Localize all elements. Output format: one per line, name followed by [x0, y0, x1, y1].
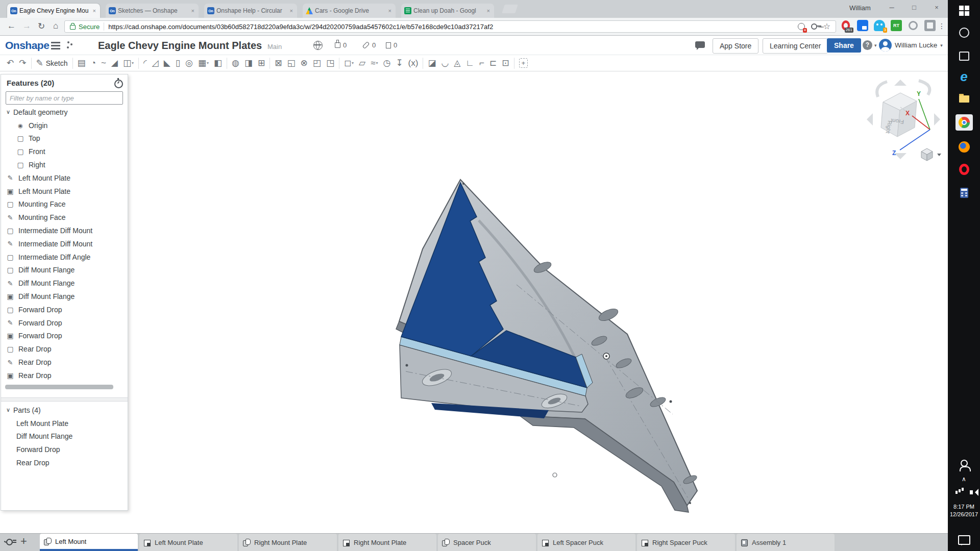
- toolbar-icon[interactable]: ✎ Sketch: [34, 56, 70, 70]
- feature-row[interactable]: Intermediate Diff Mount: [1, 224, 128, 237]
- part-row[interactable]: Left Mount Plate: [1, 417, 128, 430]
- browser-profile-name[interactable]: William: [842, 4, 878, 12]
- toolbar-icon[interactable]: ↷: [16, 56, 29, 70]
- add-tab-button[interactable]: +: [20, 535, 27, 548]
- tab-close-icon[interactable]: ×: [387, 8, 393, 14]
- toolbar-icon[interactable]: ▱: [356, 56, 368, 70]
- browser-tab[interactable]: Cars - Google Drive ×: [303, 4, 396, 18]
- toolbar-icon[interactable]: ◫ ▾: [120, 56, 136, 70]
- firefox-icon[interactable]: [948, 137, 980, 157]
- extension-icon[interactable]: [857, 20, 868, 31]
- task-view-icon[interactable]: [948, 46, 980, 66]
- feature-row[interactable]: Diff Mount Flange: [1, 290, 128, 303]
- tab-close-icon[interactable]: ×: [190, 8, 195, 14]
- toolbar-icon[interactable]: ↶: [4, 56, 16, 70]
- extension-icon[interactable]: 3: [874, 20, 885, 31]
- comment-icon[interactable]: [695, 41, 705, 48]
- document-tab[interactable]: Assembly 1: [737, 534, 835, 551]
- toolbar-icon[interactable]: ◻ ▾: [341, 56, 356, 70]
- reload-icon[interactable]: ↻: [38, 21, 45, 32]
- toolbar-icon[interactable]: [339, 58, 339, 69]
- toolbar-icon[interactable]: [72, 58, 73, 69]
- extension-icon[interactable]: [891, 20, 902, 31]
- toolbar-icon[interactable]: ⊡: [499, 56, 511, 70]
- toolbar-icon[interactable]: ◎: [183, 56, 195, 70]
- feature-row[interactable]: Diff Mount Flange: [1, 264, 128, 277]
- copies-count[interactable]: 0: [386, 41, 397, 49]
- feature-row[interactable]: Forward Drop: [1, 316, 128, 330]
- model-canvas[interactable]: [0, 71, 948, 533]
- cortana-search-icon[interactable]: [948, 22, 980, 43]
- parts-header[interactable]: Parts (4): [1, 404, 128, 417]
- app-store-button[interactable]: App Store: [713, 38, 758, 54]
- toolbar-icon[interactable]: ~: [99, 56, 109, 70]
- view-cube[interactable]: Right Front Y X Z: [863, 77, 944, 162]
- view-options-cube-icon[interactable]: [921, 148, 941, 161]
- feature-row[interactable]: Diff Mount Flange: [1, 277, 128, 290]
- learning-center-button[interactable]: Learning Center: [763, 38, 828, 54]
- stopwatch-icon[interactable]: [114, 80, 123, 88]
- likes-count[interactable]: 0: [335, 41, 347, 49]
- feature-row[interactable]: Forward Drop: [1, 303, 128, 316]
- viewport-3d[interactable]: Right Front Y X Z: [0, 71, 948, 533]
- toolbar-icon[interactable]: ⊗: [298, 56, 310, 70]
- document-tab[interactable]: Right Mount Plate: [338, 534, 436, 551]
- browser-tab[interactable]: Clean up Doah - Googl ×: [401, 4, 494, 18]
- cookie-blocked-icon[interactable]: [798, 23, 805, 30]
- feature-row[interactable]: Forward Drop: [1, 330, 128, 343]
- toolbar-icon[interactable]: ∟: [463, 56, 477, 70]
- document-tab[interactable]: Right Spacer Puck: [637, 534, 735, 551]
- file-explorer-icon[interactable]: [948, 89, 980, 109]
- window-control-button[interactable]: □: [903, 0, 925, 15]
- sketch-point-marker[interactable]: [553, 473, 557, 477]
- versions-icon[interactable]: [67, 41, 69, 43]
- url-text[interactable]: https://cad.onshape.com/documents/03b60d…: [108, 23, 797, 31]
- document-title[interactable]: Eagle Chevy Engine Mount Plates: [98, 40, 262, 52]
- password-key-icon[interactable]: [811, 23, 817, 30]
- part-row[interactable]: Rear Drop: [1, 456, 128, 469]
- chrome-icon[interactable]: [948, 112, 980, 133]
- toolbar-icon[interactable]: ◷: [381, 56, 394, 70]
- toolbar-icon[interactable]: ◣: [161, 56, 173, 70]
- chevron-down-icon[interactable]: ▾: [207, 61, 209, 65]
- feature-row[interactable]: Intermediate Diff Mount: [1, 237, 128, 251]
- feature-row[interactable]: Origin: [1, 119, 128, 132]
- toolbar-icon[interactable]: ◢: [109, 56, 120, 70]
- document-tab[interactable]: Left Mount Plate: [139, 534, 237, 551]
- chevron-down-icon[interactable]: ▾: [352, 61, 354, 65]
- toolbar-icon[interactable]: ▯: [173, 56, 183, 70]
- toolbar-icon[interactable]: ≈ ▾: [368, 56, 380, 70]
- document-tab[interactable]: Left Mount: [40, 534, 138, 551]
- toolbar-icon[interactable]: [270, 58, 270, 69]
- feature-row[interactable]: Top: [1, 132, 128, 145]
- feature-row[interactable]: Left Mount Plate: [1, 185, 128, 198]
- feature-row[interactable]: Front: [1, 145, 128, 158]
- feature-row[interactable]: Rear Drop: [1, 342, 128, 356]
- toolbar-icon[interactable]: ▦ ▾: [195, 56, 211, 70]
- feature-row[interactable]: Right: [1, 158, 128, 171]
- workspace-label[interactable]: Main: [267, 43, 282, 51]
- feature-row[interactable]: Rear Drop: [1, 356, 128, 369]
- extension-icon[interactable]: [908, 20, 919, 31]
- toolbar-icon[interactable]: (x): [406, 56, 421, 70]
- toolbar-icon[interactable]: ⌐: [477, 56, 487, 70]
- toolbar-icon[interactable]: ⊏: [487, 56, 499, 70]
- back-icon[interactable]: ←: [7, 21, 16, 31]
- document-tab[interactable]: Right Mount Plate: [239, 534, 337, 551]
- tab-close-icon[interactable]: ×: [486, 8, 491, 14]
- toolbar-icon[interactable]: ◪: [425, 56, 438, 70]
- browser-tab[interactable]: Onshape Help - Circular ×: [204, 4, 297, 18]
- edge-icon[interactable]: e: [948, 66, 980, 87]
- toolbar-icon[interactable]: ◜: [141, 56, 150, 70]
- links-count[interactable]: 0: [362, 41, 376, 49]
- toolbar-icon[interactable]: [227, 58, 227, 69]
- toolbar-icon[interactable]: ◳: [324, 56, 337, 70]
- feature-row[interactable]: Mounting Face: [1, 198, 128, 211]
- public-globe-icon[interactable]: [313, 41, 323, 50]
- browser-menu-icon[interactable]: ⋮: [938, 22, 945, 30]
- chevron-down-icon[interactable]: ▾: [132, 61, 134, 65]
- opera-icon[interactable]: [948, 159, 980, 180]
- network-volume-icons[interactable]: [948, 486, 980, 499]
- toolbar-icon[interactable]: ◬: [451, 56, 463, 70]
- toolbar-icon[interactable]: ◧: [211, 56, 225, 70]
